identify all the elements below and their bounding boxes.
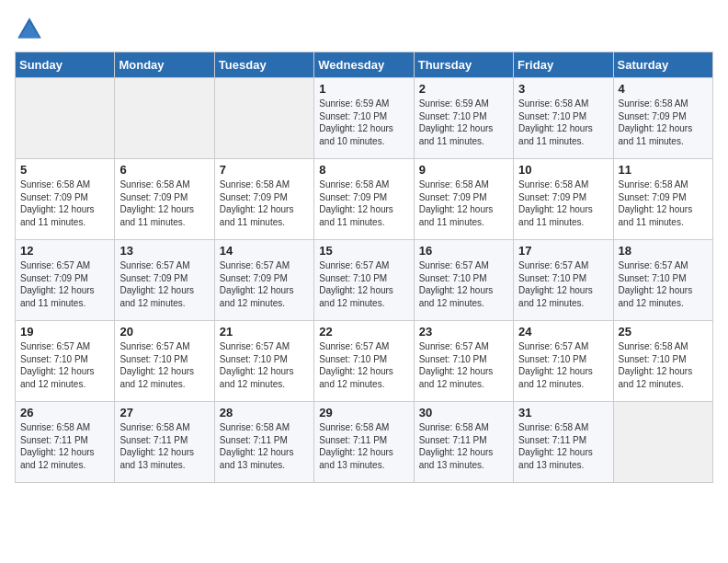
calendar-cell: 27Sunrise: 6:58 AM Sunset: 7:11 PM Dayli…: [115, 402, 214, 483]
calendar-cell: 10Sunrise: 6:58 AM Sunset: 7:09 PM Dayli…: [514, 159, 613, 240]
calendar-cell: 29Sunrise: 6:58 AM Sunset: 7:11 PM Dayli…: [314, 402, 414, 483]
calendar-cell: 19Sunrise: 6:57 AM Sunset: 7:10 PM Dayli…: [16, 321, 115, 402]
calendar-table: SundayMondayTuesdayWednesdayThursdayFrid…: [15, 52, 713, 483]
day-info: Sunrise: 6:58 AM Sunset: 7:11 PM Dayligh…: [119, 421, 209, 471]
day-info: Sunrise: 6:59 AM Sunset: 7:10 PM Dayligh…: [319, 98, 408, 147]
day-number: 28: [220, 406, 309, 419]
day-info: Sunrise: 6:58 AM Sunset: 7:09 PM Dayligh…: [619, 178, 708, 228]
day-number: 22: [319, 325, 408, 339]
day-info: Sunrise: 6:58 AM Sunset: 7:11 PM Dayligh…: [419, 421, 508, 471]
day-info: Sunrise: 6:57 AM Sunset: 7:10 PM Dayligh…: [319, 259, 408, 309]
day-info: Sunrise: 6:58 AM Sunset: 7:09 PM Dayligh…: [220, 178, 309, 228]
day-number: 24: [518, 325, 608, 339]
calendar-cell: 15Sunrise: 6:57 AM Sunset: 7:10 PM Dayli…: [314, 240, 414, 321]
day-number: 15: [319, 244, 408, 258]
day-info: Sunrise: 6:57 AM Sunset: 7:09 PM Dayligh…: [119, 259, 209, 309]
calendar-cell: 31Sunrise: 6:58 AM Sunset: 7:11 PM Dayli…: [514, 402, 613, 483]
day-info: Sunrise: 6:58 AM Sunset: 7:11 PM Dayligh…: [319, 421, 408, 471]
calendar-cell: 23Sunrise: 6:57 AM Sunset: 7:10 PM Dayli…: [414, 321, 513, 402]
day-number: 16: [419, 244, 508, 258]
day-number: 23: [419, 325, 508, 339]
day-info: Sunrise: 6:57 AM Sunset: 7:10 PM Dayligh…: [518, 340, 608, 390]
day-number: 20: [119, 325, 209, 339]
day-info: Sunrise: 6:58 AM Sunset: 7:09 PM Dayligh…: [20, 178, 109, 228]
day-number: 30: [419, 406, 508, 419]
day-number: 2: [419, 82, 508, 96]
day-number: 6: [119, 163, 209, 177]
day-number: 3: [518, 82, 608, 96]
calendar-week-row: 26Sunrise: 6:58 AM Sunset: 7:11 PM Dayli…: [16, 402, 713, 483]
day-info: Sunrise: 6:58 AM Sunset: 7:10 PM Dayligh…: [518, 98, 608, 147]
day-info: Sunrise: 6:57 AM Sunset: 7:09 PM Dayligh…: [20, 259, 109, 309]
day-info: Sunrise: 6:58 AM Sunset: 7:09 PM Dayligh…: [619, 98, 708, 147]
calendar-cell: 25Sunrise: 6:58 AM Sunset: 7:10 PM Dayli…: [613, 321, 712, 402]
day-number: 9: [419, 163, 508, 177]
calendar-cell: 30Sunrise: 6:58 AM Sunset: 7:11 PM Dayli…: [414, 402, 513, 483]
calendar-week-row: 19Sunrise: 6:57 AM Sunset: 7:10 PM Dayli…: [16, 321, 713, 402]
day-info: Sunrise: 6:59 AM Sunset: 7:10 PM Dayligh…: [419, 98, 508, 147]
day-number: 18: [619, 244, 708, 258]
calendar-cell: 4Sunrise: 6:58 AM Sunset: 7:09 PM Daylig…: [613, 78, 712, 159]
day-number: 1: [319, 82, 408, 96]
calendar-cell: 12Sunrise: 6:57 AM Sunset: 7:09 PM Dayli…: [16, 240, 115, 321]
day-info: Sunrise: 6:57 AM Sunset: 7:10 PM Dayligh…: [419, 259, 508, 309]
calendar-cell: 2Sunrise: 6:59 AM Sunset: 7:10 PM Daylig…: [414, 78, 513, 159]
calendar-cell: [115, 78, 214, 159]
calendar-cell: 21Sunrise: 6:57 AM Sunset: 7:10 PM Dayli…: [214, 321, 313, 402]
calendar-cell: 22Sunrise: 6:57 AM Sunset: 7:10 PM Dayli…: [314, 321, 414, 402]
page-header: [15, 15, 713, 44]
calendar-cell: 9Sunrise: 6:58 AM Sunset: 7:09 PM Daylig…: [414, 159, 513, 240]
logo: [15, 15, 48, 44]
calendar-cell: 6Sunrise: 6:58 AM Sunset: 7:09 PM Daylig…: [115, 159, 214, 240]
day-info: Sunrise: 6:58 AM Sunset: 7:09 PM Dayligh…: [518, 178, 608, 228]
calendar-cell: 24Sunrise: 6:57 AM Sunset: 7:10 PM Dayli…: [514, 321, 613, 402]
calendar-cell: [214, 78, 313, 159]
calendar-cell: 20Sunrise: 6:57 AM Sunset: 7:10 PM Dayli…: [115, 321, 214, 402]
day-info: Sunrise: 6:57 AM Sunset: 7:10 PM Dayligh…: [319, 340, 408, 390]
weekday-header-friday: Friday: [514, 52, 613, 78]
day-info: Sunrise: 6:57 AM Sunset: 7:09 PM Dayligh…: [220, 259, 309, 309]
day-number: 31: [518, 406, 608, 419]
calendar-cell: 13Sunrise: 6:57 AM Sunset: 7:09 PM Dayli…: [115, 240, 214, 321]
day-number: 21: [220, 325, 309, 339]
day-number: 29: [319, 406, 408, 419]
calendar-week-row: 1Sunrise: 6:59 AM Sunset: 7:10 PM Daylig…: [16, 78, 713, 159]
calendar-week-row: 12Sunrise: 6:57 AM Sunset: 7:09 PM Dayli…: [16, 240, 713, 321]
day-number: 26: [20, 406, 109, 419]
day-info: Sunrise: 6:57 AM Sunset: 7:10 PM Dayligh…: [119, 340, 209, 390]
day-info: Sunrise: 6:57 AM Sunset: 7:10 PM Dayligh…: [20, 340, 109, 390]
calendar-cell: 5Sunrise: 6:58 AM Sunset: 7:09 PM Daylig…: [16, 159, 115, 240]
day-info: Sunrise: 6:57 AM Sunset: 7:10 PM Dayligh…: [619, 259, 708, 309]
calendar-cell: 11Sunrise: 6:58 AM Sunset: 7:09 PM Dayli…: [613, 159, 712, 240]
calendar-cell: 28Sunrise: 6:58 AM Sunset: 7:11 PM Dayli…: [214, 402, 313, 483]
calendar-cell: 1Sunrise: 6:59 AM Sunset: 7:10 PM Daylig…: [314, 78, 414, 159]
calendar-cell: [16, 78, 115, 159]
calendar-week-row: 5Sunrise: 6:58 AM Sunset: 7:09 PM Daylig…: [16, 159, 713, 240]
day-info: Sunrise: 6:57 AM Sunset: 7:10 PM Dayligh…: [518, 259, 608, 309]
day-info: Sunrise: 6:58 AM Sunset: 7:11 PM Dayligh…: [518, 421, 608, 471]
calendar-cell: 16Sunrise: 6:57 AM Sunset: 7:10 PM Dayli…: [414, 240, 513, 321]
calendar-cell: 26Sunrise: 6:58 AM Sunset: 7:11 PM Dayli…: [16, 402, 115, 483]
day-number: 11: [619, 163, 708, 177]
weekday-header-thursday: Thursday: [414, 52, 513, 78]
day-number: 13: [119, 244, 209, 258]
calendar-cell: 18Sunrise: 6:57 AM Sunset: 7:10 PM Dayli…: [613, 240, 712, 321]
day-info: Sunrise: 6:58 AM Sunset: 7:11 PM Dayligh…: [20, 421, 109, 471]
day-number: 5: [20, 163, 109, 177]
day-info: Sunrise: 6:58 AM Sunset: 7:11 PM Dayligh…: [220, 421, 309, 471]
day-number: 7: [220, 163, 309, 177]
day-number: 10: [518, 163, 608, 177]
day-number: 19: [20, 325, 109, 339]
day-number: 25: [619, 325, 708, 339]
day-info: Sunrise: 6:58 AM Sunset: 7:10 PM Dayligh…: [619, 340, 708, 390]
day-info: Sunrise: 6:57 AM Sunset: 7:10 PM Dayligh…: [419, 340, 508, 390]
day-number: 14: [220, 244, 309, 258]
svg-marker-1: [19, 22, 40, 39]
calendar-cell: 14Sunrise: 6:57 AM Sunset: 7:09 PM Dayli…: [214, 240, 313, 321]
calendar-cell: 7Sunrise: 6:58 AM Sunset: 7:09 PM Daylig…: [214, 159, 313, 240]
day-number: 12: [20, 244, 109, 258]
day-info: Sunrise: 6:57 AM Sunset: 7:10 PM Dayligh…: [220, 340, 309, 390]
day-info: Sunrise: 6:58 AM Sunset: 7:09 PM Dayligh…: [419, 178, 508, 228]
weekday-header-monday: Monday: [115, 52, 214, 78]
day-number: 4: [619, 82, 708, 96]
